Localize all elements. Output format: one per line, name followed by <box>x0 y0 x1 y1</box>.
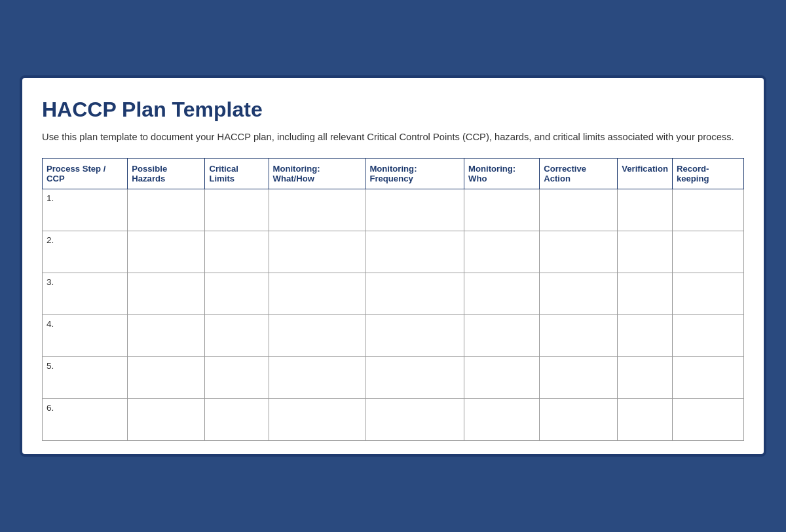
cell-row1-col8 <box>672 189 743 231</box>
table-header-8: Record-keeping <box>672 158 743 189</box>
table-row: 2. <box>43 231 744 273</box>
cell-row6-col7 <box>618 398 673 440</box>
table-header-5: Monitoring: Who <box>464 158 540 189</box>
cell-row2-col4 <box>365 231 464 273</box>
cell-row4-col5 <box>464 314 540 356</box>
cell-row1-col0: 1. <box>43 189 128 231</box>
cell-row6-col1 <box>128 398 205 440</box>
cell-row3-col3 <box>269 273 365 314</box>
page-title: HACCP Plan Template <box>42 98 744 122</box>
cell-row6-col0: 6. <box>43 398 128 440</box>
cell-row1-col7 <box>618 189 673 231</box>
cell-row5-col4 <box>365 356 464 398</box>
table-header-1: Possible Hazards <box>128 158 205 189</box>
cell-row5-col2 <box>205 356 269 398</box>
table-row: 3. <box>43 273 744 314</box>
description: Use this plan template to document your … <box>42 130 744 144</box>
table-header-4: Monitoring: Frequency <box>365 158 464 189</box>
cell-row4-col6 <box>540 314 618 356</box>
cell-row3-col7 <box>618 273 673 314</box>
cell-row2-col2 <box>205 231 269 273</box>
cell-row5-col3 <box>269 356 365 398</box>
cell-row6-col4 <box>365 398 464 440</box>
cell-row1-col2 <box>205 189 269 231</box>
cell-row4-col7 <box>618 314 673 356</box>
cell-row2-col3 <box>269 231 365 273</box>
cell-row5-col7 <box>618 356 673 398</box>
table-row: 6. <box>43 398 744 440</box>
cell-row2-col8 <box>672 231 743 273</box>
table-header-6: Corrective Action <box>540 158 618 189</box>
cell-row5-col8 <box>672 356 743 398</box>
cell-row2-col0: 2. <box>43 231 128 273</box>
cell-row2-col1 <box>128 231 205 273</box>
cell-row2-col6 <box>540 231 618 273</box>
table-header-7: Verification <box>618 158 673 189</box>
cell-row2-col7 <box>618 231 673 273</box>
cell-row6-col8 <box>672 398 743 440</box>
cell-row3-col2 <box>205 273 269 314</box>
table-row: 4. <box>43 314 744 356</box>
cell-row4-col3 <box>269 314 365 356</box>
table-header-row: Process Step / CCPPossible HazardsCritic… <box>43 158 744 189</box>
cell-row5-col0: 5. <box>43 356 128 398</box>
cell-row6-col2 <box>205 398 269 440</box>
cell-row6-col3 <box>269 398 365 440</box>
table-header-3: Monitoring: What/How <box>269 158 365 189</box>
cell-row6-col6 <box>540 398 618 440</box>
cell-row4-col0: 4. <box>43 314 128 356</box>
cell-row3-col5 <box>464 273 540 314</box>
table-header-0: Process Step / CCP <box>43 158 128 189</box>
cell-row1-col5 <box>464 189 540 231</box>
table-row: 1. <box>43 189 744 231</box>
cell-row1-col4 <box>365 189 464 231</box>
cell-row3-col0: 3. <box>43 273 128 314</box>
cell-row3-col8 <box>672 273 743 314</box>
cell-row2-col5 <box>464 231 540 273</box>
cell-row4-col4 <box>365 314 464 356</box>
cell-row1-col6 <box>540 189 618 231</box>
cell-row4-col2 <box>205 314 269 356</box>
cell-row3-col1 <box>128 273 205 314</box>
cell-row5-col6 <box>540 356 618 398</box>
table-row: 5. <box>43 356 744 398</box>
cell-row3-col4 <box>365 273 464 314</box>
haccp-card: HACCP Plan Template Use this plan templa… <box>20 75 766 456</box>
cell-row1-col1 <box>128 189 205 231</box>
cell-row3-col6 <box>540 273 618 314</box>
table-header-2: Critical Limits <box>205 158 269 189</box>
cell-row1-col3 <box>269 189 365 231</box>
cell-row6-col5 <box>464 398 540 440</box>
cell-row4-col1 <box>128 314 205 356</box>
cell-row5-col5 <box>464 356 540 398</box>
cell-row5-col1 <box>128 356 205 398</box>
haccp-table: Process Step / CCPPossible HazardsCritic… <box>42 158 744 441</box>
cell-row4-col8 <box>672 314 743 356</box>
